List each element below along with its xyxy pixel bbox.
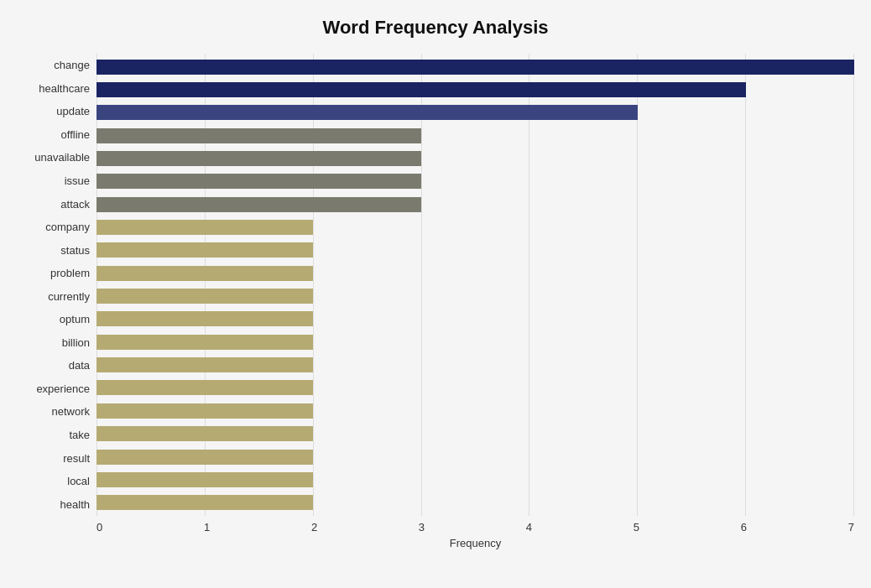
y-axis-labels: changehealthcareupdateofflineunavailable… xyxy=(17,54,96,516)
bar-row xyxy=(96,284,854,307)
bars-and-grid xyxy=(96,54,854,516)
y-label: update xyxy=(56,106,90,117)
x-axis-label: Frequency xyxy=(96,537,854,549)
bar-row xyxy=(96,377,854,399)
bar xyxy=(96,426,313,441)
y-label: issue xyxy=(65,175,90,186)
x-tick: 6 xyxy=(741,521,747,533)
x-tick: 4 xyxy=(526,521,532,533)
bar-row xyxy=(96,468,854,491)
x-tick: 7 xyxy=(848,521,854,533)
chart-title: Word Frequency Analysis xyxy=(17,17,854,39)
bar-row xyxy=(96,55,854,78)
y-label: experience xyxy=(36,383,90,394)
bar xyxy=(96,220,313,235)
bar-row xyxy=(96,445,854,468)
bar-row xyxy=(96,170,854,193)
bar-row xyxy=(96,147,854,169)
y-label: unavailable xyxy=(34,152,90,163)
bar xyxy=(96,128,421,143)
bar xyxy=(96,174,421,189)
bar-row xyxy=(96,124,854,147)
bars-wrapper xyxy=(96,54,854,516)
bar xyxy=(96,472,313,487)
y-label: health xyxy=(60,499,90,510)
y-label: problem xyxy=(50,268,90,278)
y-label: network xyxy=(51,406,90,417)
x-tick: 2 xyxy=(311,521,317,533)
bar xyxy=(96,335,313,350)
x-axis: 01234567 xyxy=(96,521,854,533)
bar-row xyxy=(96,216,854,238)
y-label: status xyxy=(60,245,90,256)
y-label: company xyxy=(45,221,90,232)
bar xyxy=(96,289,313,304)
bar-row xyxy=(96,353,854,376)
y-label: change xyxy=(54,60,90,70)
bar xyxy=(96,450,313,465)
y-label: billion xyxy=(62,337,90,348)
bar xyxy=(96,403,313,419)
y-label: result xyxy=(63,453,90,464)
bar-row xyxy=(96,330,854,353)
bar xyxy=(96,82,746,97)
bar xyxy=(96,151,421,166)
bar-row xyxy=(96,492,854,514)
bottom-section: 01234567 Frequency xyxy=(17,521,854,549)
y-label: local xyxy=(67,476,90,487)
bar-row xyxy=(96,262,854,284)
bar xyxy=(96,357,313,372)
bar-row xyxy=(96,239,854,262)
y-label: take xyxy=(69,429,90,440)
x-tick: 1 xyxy=(204,521,210,533)
bar-row xyxy=(96,78,854,101)
y-label: offline xyxy=(61,129,90,140)
x-tick: 5 xyxy=(634,521,639,533)
x-tick: 0 xyxy=(96,521,102,533)
bar-row xyxy=(96,308,854,330)
y-label: currently xyxy=(48,291,90,302)
bar-row xyxy=(96,399,854,422)
bar xyxy=(96,242,313,258)
y-label: data xyxy=(69,360,90,371)
bar xyxy=(96,266,313,281)
bar xyxy=(96,197,421,212)
bar xyxy=(96,380,313,395)
bar-row xyxy=(96,193,854,216)
y-label: healthcare xyxy=(39,83,90,94)
bar-row xyxy=(96,101,854,124)
bar xyxy=(96,311,313,326)
chart-container: Word Frequency Analysis changehealthcare… xyxy=(0,0,871,588)
y-label: attack xyxy=(60,199,90,210)
chart-area: changehealthcareupdateofflineunavailable… xyxy=(17,54,854,516)
x-tick: 3 xyxy=(419,521,425,533)
bar xyxy=(96,105,638,120)
grid-and-bars xyxy=(96,54,854,516)
bar xyxy=(96,60,854,75)
bar-row xyxy=(96,423,854,445)
bar xyxy=(96,495,313,510)
y-label: optum xyxy=(60,314,90,325)
